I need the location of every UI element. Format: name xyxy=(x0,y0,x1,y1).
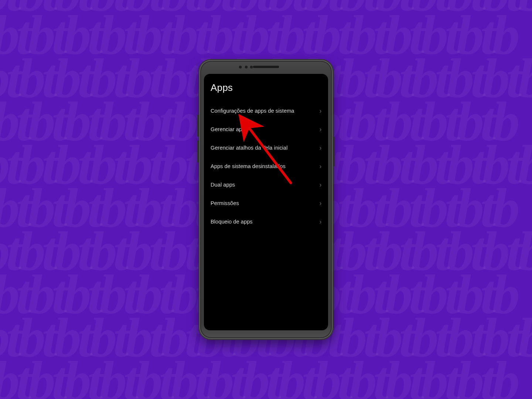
page-title: Apps xyxy=(211,82,321,93)
menu-item-app-lock[interactable]: Bloqueio de apps › xyxy=(211,212,321,231)
menu-item-label: Permissões xyxy=(211,200,239,206)
chevron-right-icon: › xyxy=(320,162,321,170)
phone-volume-down-button xyxy=(197,140,198,163)
phone-screen: Apps Configurações de apps de sistema › … xyxy=(204,74,328,330)
chevron-right-icon: › xyxy=(320,107,321,115)
chevron-right-icon: › xyxy=(320,125,321,133)
menu-item-label: Configurações de apps de sistema xyxy=(211,108,294,114)
chevron-right-icon: › xyxy=(320,181,321,189)
menu-item-label: Gerenciar atalhos da Tela inicial xyxy=(211,145,288,151)
menu-item-label: Gerenciar apps xyxy=(211,126,248,132)
phone-earpiece xyxy=(253,66,279,68)
phone-sensor xyxy=(250,66,253,68)
menu-item-permissions[interactable]: Permissões › xyxy=(211,194,321,212)
menu-item-label: Bloqueio de apps xyxy=(211,219,253,225)
chevron-right-icon: › xyxy=(320,144,321,152)
menu-item-uninstalled-system-apps[interactable]: Apps de sistema desinstalados › xyxy=(211,157,321,175)
menu-item-system-app-settings[interactable]: Configurações de apps de sistema › xyxy=(211,102,321,120)
phone-power-button xyxy=(334,137,335,166)
menu-item-home-screen-shortcuts[interactable]: Gerenciar atalhos da Tela inicial › xyxy=(211,139,321,157)
phone-mockup: Apps Configurações de apps de sistema › … xyxy=(198,59,334,340)
menu-item-dual-apps[interactable]: Dual apps › xyxy=(211,175,321,194)
phone-sensor xyxy=(245,66,248,68)
chevron-right-icon: › xyxy=(320,218,321,226)
phone-volume-up-button xyxy=(197,115,198,137)
menu-item-label: Apps de sistema desinstalados xyxy=(211,163,286,169)
chevron-right-icon: › xyxy=(320,199,321,207)
menu-item-label: Dual apps xyxy=(211,182,235,188)
settings-menu: Configurações de apps de sistema › Geren… xyxy=(211,102,321,231)
menu-item-manage-apps[interactable]: Gerenciar apps › xyxy=(211,120,321,139)
phone-sensor xyxy=(239,66,242,68)
